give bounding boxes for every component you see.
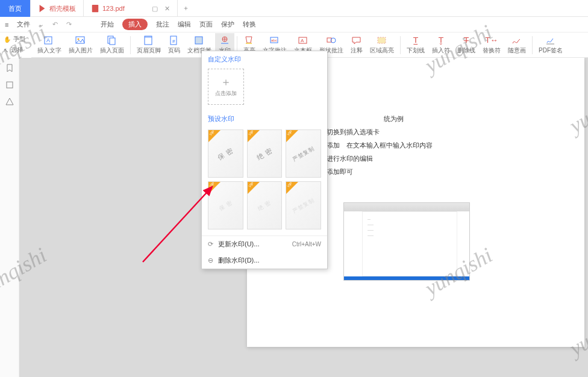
pdf-icon: [91, 4, 99, 13]
svg-rect-11: [195, 37, 202, 44]
pagenum-icon: #: [169, 36, 180, 45]
tab-file[interactable]: 123.pdf ▢ ✕: [84, 0, 178, 17]
doc-line-4: 确认添加即可: [313, 165, 560, 178]
strike-icon: T̶: [461, 36, 472, 45]
title-bar: 首页 稻壳模板 123.pdf ▢ ✕ ＋: [0, 0, 588, 17]
hand-mode[interactable]: ✋手型: [4, 35, 25, 43]
hand-icon: ✋: [4, 36, 11, 43]
text-icon: A: [44, 36, 55, 45]
header-icon: [143, 36, 154, 45]
shape-icon: [326, 36, 337, 45]
menu-undo[interactable]: ↶: [52, 20, 58, 28]
dd-delete-label: 删除水印(D)...: [218, 256, 259, 265]
svg-rect-0: [92, 5, 99, 12]
menu-hamburger[interactable]: ≡: [5, 21, 8, 28]
menu-page[interactable]: 页面: [199, 20, 213, 29]
tab-template-label: 稻壳模板: [49, 4, 76, 13]
svg-rect-8: [145, 36, 152, 38]
left-mode-col: ✋手型 ↖选择: [0, 33, 31, 58]
menu-annotate[interactable]: 批注: [156, 20, 169, 29]
menu-convert[interactable]: 转换: [243, 20, 256, 29]
svg-text:A: A: [301, 38, 304, 43]
restore-icon[interactable]: ▢: [152, 5, 158, 13]
dd-add-custom[interactable]: ＋ 点击添加: [208, 69, 244, 105]
tool-insert-image[interactable]: 插入图片: [65, 33, 96, 57]
bookmark-icon[interactable]: [5, 64, 14, 72]
tab-home[interactable]: 首页: [0, 0, 31, 17]
tool-header-footer[interactable]: 页眉页脚: [133, 33, 164, 57]
preset-no-copy[interactable]: VIP严禁复制: [286, 129, 321, 178]
preset-top-secret[interactable]: VIP绝 密: [247, 129, 283, 178]
delete-icon: ⊖: [208, 257, 213, 264]
close-icon[interactable]: ✕: [164, 5, 170, 13]
new-tab-button[interactable]: ＋: [178, 0, 195, 16]
menu-redo[interactable]: ↷: [66, 20, 72, 28]
dd-update-label: 更新水印(U)...: [218, 240, 259, 249]
tool-pdf-sign[interactable]: PDF签名: [535, 33, 566, 57]
svg-rect-6: [110, 38, 115, 45]
tool-insert-pages[interactable]: 插入页面: [96, 33, 128, 57]
sign-icon: [545, 36, 556, 45]
bg-icon: [194, 36, 205, 45]
tool-strikethrough[interactable]: T̶删除线: [454, 33, 479, 57]
svg-rect-20: [378, 37, 386, 43]
tab-template[interactable]: 稻壳模板: [31, 0, 84, 17]
highlight-icon: [244, 36, 255, 45]
note-icon: [351, 36, 362, 45]
sidebar: [0, 58, 19, 377]
outline-icon[interactable]: [5, 98, 14, 106]
svg-rect-13: [246, 43, 252, 44]
thumbnails-icon[interactable]: [5, 81, 14, 89]
dd-add-label: 点击添加: [215, 90, 237, 98]
svg-point-4: [78, 38, 80, 40]
watermark-dropdown: 自定义水印 ＋ 点击添加 预设水印 VIP保 密 VIP绝 密 VIP严禁复制 …: [201, 51, 328, 269]
embedded-thumbnail: ———————: [343, 202, 470, 281]
menu-protect[interactable]: 保护: [221, 20, 234, 29]
plus-icon: ＋: [220, 76, 231, 87]
cursor-icon: ↖: [4, 47, 8, 54]
menu-edit[interactable]: 编辑: [178, 20, 191, 29]
textannot-icon: abc: [269, 36, 280, 45]
dd-delete-watermark[interactable]: ⊖ 删除水印(D)...: [202, 252, 327, 269]
doc-title: 统为例: [313, 112, 560, 125]
preset-confidential-light[interactable]: VIP保 密: [208, 181, 243, 229]
pages-icon: [107, 36, 117, 45]
tool-note[interactable]: 注释: [347, 33, 366, 57]
doc-line-1: 件 切换到插入选项卡: [313, 125, 560, 139]
menu-file[interactable]: 文件: [17, 20, 30, 29]
preset-no-copy-light[interactable]: VIP严禁复制: [286, 181, 321, 229]
watermark-icon: [219, 36, 230, 45]
tab-file-label: 123.pdf: [102, 5, 125, 12]
areahl-icon: [377, 36, 387, 45]
tool-underline[interactable]: T̲下划线: [403, 33, 428, 57]
tool-insert-char[interactable]: T̬插入符: [428, 33, 454, 57]
tool-insert-text[interactable]: A插入文字: [34, 33, 65, 57]
select-mode[interactable]: ↖选择: [4, 46, 23, 54]
preset-confidential[interactable]: VIP保 密: [208, 129, 243, 178]
menu-caret[interactable]: ⌄: [39, 20, 44, 28]
menu-start[interactable]: 开始: [101, 20, 114, 29]
textbox-icon: A: [298, 36, 308, 45]
dd-shortcut: Ctrl+Alt+W: [292, 241, 321, 248]
svg-text:#: #: [172, 39, 175, 44]
underline-icon: T̲: [410, 36, 421, 45]
doc-line-2: 点击添加 在文本输入框中输入水印内容: [313, 139, 560, 152]
preset-top-secret-light[interactable]: VIP绝 密: [247, 181, 283, 229]
menu-insert[interactable]: 插入: [122, 19, 148, 30]
menu-bar: ≡ 文件 ⌄ ↶ ↷ 开始 插入 批注 编辑 页面 保护 转换: [0, 17, 588, 33]
doc-line-3: 页面进行水印的编辑: [313, 152, 560, 165]
tool-replace-char[interactable]: T↔替换符: [479, 33, 504, 57]
dd-section-preset: 预设水印: [202, 111, 327, 126]
dd-section-custom: 自定义水印: [202, 51, 327, 66]
tool-area-highlight[interactable]: 区域高亮: [366, 33, 398, 57]
dd-update-watermark[interactable]: ⟳ 更新水印(U)... Ctrl+Alt+W: [202, 236, 327, 252]
svg-rect-21: [7, 82, 13, 88]
refresh-icon: ⟳: [208, 240, 213, 248]
svg-text:abc: abc: [271, 39, 277, 42]
tool-page-number[interactable]: #页码: [164, 33, 184, 57]
tool-freehand[interactable]: 随意画: [504, 33, 530, 57]
insertch-icon: T̬: [436, 36, 446, 45]
template-icon: [38, 4, 46, 13]
image-icon: [75, 36, 86, 45]
svg-text:A: A: [46, 37, 50, 43]
